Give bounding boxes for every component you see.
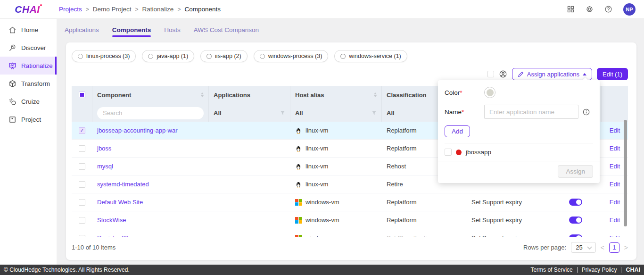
user-avatar[interactable]: NP <box>623 3 636 16</box>
component-link[interactable]: systemd-timedated <box>97 181 149 188</box>
support-expiry-link[interactable]: Set Support expiry <box>471 199 522 206</box>
page-number-button[interactable]: 1 <box>609 242 619 253</box>
filter-funnel-icon[interactable] <box>280 110 285 116</box>
rows-per-page-select[interactable]: 25 <box>571 242 595 253</box>
column-header-host-alias[interactable]: Host alias <box>290 86 382 104</box>
filter-funnel-icon[interactable] <box>372 110 377 116</box>
classification-value[interactable]: Replatform <box>387 199 417 206</box>
add-application-button[interactable]: Add <box>445 125 470 137</box>
column-header-applications[interactable]: Applications <box>209 86 290 104</box>
filter-chip-windows-service-1[interactable]: windows-service (1) <box>334 50 407 62</box>
settings-gear-icon[interactable] <box>586 5 594 13</box>
edit-button[interactable]: Edit (1) <box>597 68 628 80</box>
column-header-component[interactable]: Component <box>92 86 209 104</box>
row-checkbox[interactable] <box>79 145 85 152</box>
classification-value[interactable]: Replatform <box>387 145 417 152</box>
edit-link[interactable]: Edit <box>610 145 620 152</box>
sidebar-item-project[interactable]: Project <box>0 110 57 128</box>
component-link[interactable]: mysql <box>97 163 113 170</box>
sidebar-item-label: Project <box>21 116 41 123</box>
edit-link[interactable]: Edit <box>610 127 620 134</box>
sort-icon[interactable] <box>201 92 204 97</box>
footer-brand: CHAI <box>626 267 640 273</box>
popup-footer: Assign <box>438 161 600 182</box>
breadcrumb-separator: > <box>86 6 89 13</box>
tab-applications[interactable]: Applications <box>65 19 99 41</box>
component-link[interactable]: Registry-88 <box>97 234 128 237</box>
table-cell: Set Support expiry <box>467 229 549 237</box>
tab-aws-cost-comparison[interactable]: AWS Cost Comparison <box>194 19 259 41</box>
discover-icon <box>8 44 17 52</box>
table-cell <box>72 158 92 175</box>
row-checkbox[interactable] <box>79 217 85 224</box>
support-toggle[interactable] <box>569 199 582 206</box>
filter-chip-iis-app-2[interactable]: iis-app (2) <box>200 50 248 62</box>
classification-value[interactable]: Rehost <box>387 163 406 170</box>
filter-chip-windows-process-3[interactable]: windows-process (3) <box>254 50 329 62</box>
filter-chip-java-app-1[interactable]: java-app (1) <box>142 50 194 62</box>
component-link[interactable]: StockWise <box>97 217 126 224</box>
classification-value[interactable]: Replatform <box>387 217 417 224</box>
filter-all-label[interactable]: All <box>295 109 303 117</box>
footer-link-terms-of-service[interactable]: Terms of Service <box>530 267 572 273</box>
tab-hosts[interactable]: Hosts <box>164 19 181 41</box>
footer-link-privacy-policy[interactable]: Privacy Policy <box>582 267 617 273</box>
edit-link[interactable]: Edit <box>610 163 620 170</box>
component-link[interactable]: jboss <box>97 145 111 152</box>
edit-link[interactable]: Edit <box>610 199 620 206</box>
classification-value[interactable]: Set Classification <box>387 234 434 237</box>
support-toggle[interactable] <box>569 217 582 224</box>
table-scrollbar[interactable] <box>624 120 627 226</box>
select-all-checkbox[interactable] <box>79 92 85 98</box>
pagination-row: 1-10 of 10 items Rows per page: 25 < 1 > <box>66 237 636 253</box>
sidebar-item-discover[interactable]: Discover <box>0 39 57 57</box>
breadcrumb-item-rationalize[interactable]: Rationalize <box>142 6 174 13</box>
sidebar-item-cruize[interactable]: Cruize <box>0 92 57 110</box>
row-checkbox[interactable] <box>79 199 85 206</box>
sidebar-item-rationalize[interactable]: Rationalize <box>0 57 57 75</box>
classification-value[interactable]: Retire <box>387 181 403 188</box>
color-picker-swatch[interactable] <box>484 87 495 98</box>
tab-components[interactable]: Components <box>112 19 151 41</box>
assign-applications-button[interactable]: Assign applications <box>512 68 592 80</box>
info-icon[interactable] <box>583 108 590 116</box>
row-checkbox[interactable] <box>79 163 85 170</box>
footer-links: Terms of ServicePrivacy PolicyCHAI <box>530 267 640 273</box>
row-checkbox[interactable] <box>79 235 85 238</box>
bulk-select-checkbox[interactable] <box>487 71 494 77</box>
component-link[interactable]: jbosseap-accounting-app-war <box>97 127 178 134</box>
filter-chip-linux-process-3[interactable]: linux-process (3) <box>72 50 136 62</box>
filter-all-label[interactable]: All <box>387 109 395 117</box>
help-icon[interactable] <box>604 5 612 13</box>
application-checkbox[interactable] <box>445 149 452 156</box>
table-cell: linux-vm <box>290 140 382 157</box>
edit-link[interactable]: Edit <box>610 217 620 224</box>
filter-all-label[interactable]: All <box>214 109 222 117</box>
prev-page-button[interactable]: < <box>601 244 604 251</box>
classification-value[interactable]: Replatform <box>387 127 417 134</box>
apps-grid-icon[interactable] <box>567 5 575 13</box>
assign-owner-icon[interactable] <box>499 70 507 78</box>
breadcrumb-item-demo-project[interactable]: Demo Project <box>93 6 132 13</box>
breadcrumb-item-projects[interactable]: Projects <box>59 6 82 13</box>
support-expiry-link[interactable]: Set Support expiry <box>471 217 522 224</box>
support-toggle[interactable] <box>569 234 582 237</box>
edit-link[interactable]: Edit <box>610 181 620 188</box>
row-checkbox[interactable]: ✓ <box>79 127 85 134</box>
assign-applications-popup: Color* Name* Add jbossapp Assign <box>438 80 600 183</box>
support-expiry-link[interactable]: Set Support expiry <box>471 234 522 237</box>
sort-icon[interactable] <box>374 92 377 97</box>
table-row: Default Web Sitewindows-vmReplatformSet … <box>72 193 628 211</box>
applications-cell <box>209 122 290 139</box>
filter-chips-row: linux-process (3)java-app (1)iis-app (2)… <box>66 42 636 62</box>
chai-logo[interactable]: CHAI <box>15 4 41 15</box>
sidebar-item-home[interactable]: Home <box>0 21 57 39</box>
row-checkbox[interactable] <box>79 181 85 188</box>
component-search-input[interactable] <box>97 107 204 119</box>
next-page-button[interactable]: > <box>624 244 628 251</box>
application-name-input[interactable] <box>484 105 578 119</box>
edit-link[interactable]: Edit <box>610 234 620 237</box>
component-link[interactable]: Default Web Site <box>97 199 143 206</box>
sidebar-item-transform[interactable]: Transform <box>0 75 57 92</box>
assign-button[interactable]: Assign <box>558 165 593 178</box>
